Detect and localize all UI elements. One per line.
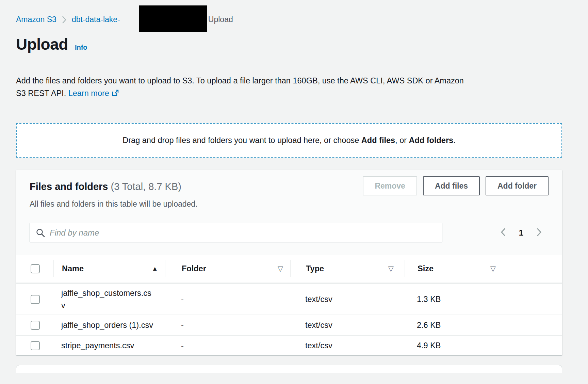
- row-checkbox-cell: [16, 315, 53, 335]
- row-checkbox-cell: [16, 284, 53, 315]
- file-type: text/csv: [290, 293, 405, 305]
- table-header-row: Name ▲ Folder ▽ Type ▽ Size ▽: [16, 255, 562, 283]
- files-panel: Files and folders (3 Total, 8.7 KB) Remo…: [16, 170, 562, 355]
- chevron-right-icon: [536, 227, 542, 239]
- header-checkbox-cell: [16, 255, 53, 283]
- file-folder: -: [165, 319, 290, 331]
- dropzone-text-mid: , or: [395, 136, 409, 145]
- file-folder: -: [165, 293, 290, 305]
- column-label-folder: Folder: [182, 264, 206, 273]
- file-size: 2.6 KB: [405, 319, 517, 331]
- filter-icon[interactable]: ▽: [278, 265, 283, 273]
- filter-icon[interactable]: ▽: [388, 265, 394, 273]
- info-link[interactable]: Info: [75, 44, 87, 51]
- file-name: stripe_payments.csv: [53, 336, 165, 355]
- column-header-type[interactable]: Type ▽: [290, 260, 405, 277]
- select-all-checkbox[interactable]: [31, 264, 40, 273]
- panel-note: All files and folders in this table will…: [30, 199, 549, 209]
- file-size: 4.9 KB: [405, 339, 517, 352]
- breadcrumb-current: Upload: [208, 15, 233, 24]
- remove-button[interactable]: Remove: [363, 176, 417, 195]
- add-folder-button[interactable]: Add folder: [486, 176, 549, 195]
- table-row: stripe_payments.csv - text/csv 4.9 KB: [16, 335, 562, 355]
- search-row: 1: [30, 223, 549, 242]
- row-checkbox[interactable]: [31, 321, 40, 330]
- file-type: text/csv: [290, 339, 405, 352]
- dropzone-text-prefix: Drag and drop files and folders you want…: [122, 136, 361, 145]
- breadcrumb: Amazon S3 dbt-data-lake- Upload: [16, 0, 562, 24]
- row-checkbox[interactable]: [31, 295, 40, 304]
- file-dropzone[interactable]: Drag and drop files and folders you want…: [16, 123, 562, 158]
- file-name: jaffle_shop_orders (1).csv: [53, 316, 165, 334]
- next-page-button[interactable]: [536, 227, 542, 239]
- add-files-button[interactable]: Add files: [423, 176, 480, 195]
- file-folder: -: [165, 339, 290, 352]
- column-header-name[interactable]: Name ▲: [53, 260, 165, 277]
- dropzone-text: Drag and drop files and folders you want…: [122, 136, 455, 145]
- search-icon: [36, 228, 45, 239]
- filter-icon[interactable]: ▽: [490, 265, 496, 273]
- page-number[interactable]: 1: [519, 228, 523, 238]
- column-label-type: Type: [306, 264, 324, 273]
- column-label-size: Size: [418, 264, 434, 273]
- table-row: jaffle_shop_orders (1).csv - text/csv 2.…: [16, 315, 562, 335]
- chevron-left-icon: [500, 227, 507, 239]
- panel-title-text: Files and folders: [30, 181, 108, 192]
- row-checkbox-cell: [16, 336, 53, 355]
- page-title: Upload: [16, 35, 68, 53]
- previous-page-button[interactable]: [500, 227, 507, 239]
- intro-paragraph: Add the files and folders you want to up…: [16, 75, 516, 101]
- sort-ascending-icon[interactable]: ▲: [152, 265, 158, 272]
- search-box: [30, 223, 442, 242]
- learn-more-link[interactable]: Learn more: [68, 89, 119, 98]
- table-row: jaffle_shop_customers.csv - text/csv 1.3…: [16, 283, 562, 315]
- panel-actions: Remove Add files Add folder: [363, 176, 549, 195]
- breadcrumb-link-bucket[interactable]: dbt-data-lake-: [72, 15, 120, 24]
- title-row: Upload Info: [16, 35, 562, 53]
- panel-header: Files and folders (3 Total, 8.7 KB) Remo…: [30, 170, 549, 195]
- file-type: text/csv: [290, 319, 405, 331]
- redaction-box: [139, 5, 207, 32]
- panel-title: Files and folders (3 Total, 8.7 KB): [30, 181, 181, 192]
- column-header-size[interactable]: Size ▽: [405, 260, 517, 277]
- column-header-folder[interactable]: Folder ▽: [165, 260, 290, 277]
- chevron-right-icon: [62, 15, 66, 24]
- column-label-name: Name: [62, 264, 84, 273]
- pagination: 1: [500, 227, 549, 239]
- row-checkbox[interactable]: [31, 341, 40, 350]
- external-link-icon: [111, 88, 119, 101]
- file-name: jaffle_shop_customers.csv: [53, 284, 165, 315]
- intro-line1: Add the files and folders you want to up…: [16, 76, 464, 85]
- breadcrumb-link-amazon-s3[interactable]: Amazon S3: [16, 15, 56, 24]
- next-panel-edge: [16, 365, 562, 373]
- dropzone-add-files-label: Add files: [361, 136, 395, 145]
- intro-line2: S3 REST API.: [16, 89, 66, 98]
- file-size: 1.3 KB: [405, 293, 517, 305]
- panel-count-summary: (3 Total, 8.7 KB): [111, 181, 181, 192]
- files-table: Name ▲ Folder ▽ Type ▽ Size ▽: [16, 255, 562, 355]
- page: Amazon S3 dbt-data-lake- Upload Upload I…: [16, 0, 562, 373]
- learn-more-label: Learn more: [68, 89, 109, 98]
- search-input[interactable]: [30, 223, 442, 242]
- dropzone-text-suffix: .: [453, 136, 456, 145]
- dropzone-add-folders-label: Add folders: [409, 136, 454, 145]
